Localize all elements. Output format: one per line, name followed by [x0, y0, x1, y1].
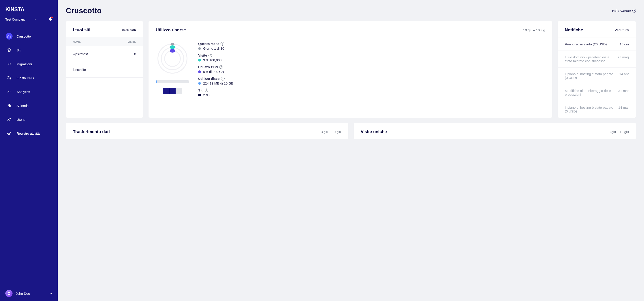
dot-icon [198, 94, 201, 96]
notif-date: 10 giu [620, 42, 629, 46]
info-icon[interactable]: ? [220, 65, 223, 69]
migrate-icon [7, 62, 11, 66]
home-icon [7, 34, 11, 38]
notifications-header: Notifiche Vedi tutti [558, 21, 636, 38]
user-name: John Doe [16, 292, 30, 296]
nav-label: Utenti [16, 118, 25, 122]
dashboard-grid: I tuoi siti Vedi tutti NOME VISITE wpsit… [66, 21, 636, 118]
block [162, 88, 169, 94]
dot-icon [198, 82, 201, 85]
sites-header: I tuoi siti Vedi tutti [66, 21, 143, 37]
sites-view-all[interactable]: Vedi tutti [122, 28, 136, 32]
dot-icon [198, 59, 201, 62]
resource-visuals [156, 42, 189, 97]
notif-text: Il piano di hosting è stato pagato (0 US… [565, 106, 615, 113]
svg-point-12 [170, 49, 175, 52]
resources-title: Utilizzo risorse [156, 28, 186, 32]
unique-title: Visite uniche [361, 129, 387, 134]
stat-sites: Siti? 2 di 3 [198, 88, 233, 97]
donut-chart [156, 42, 189, 75]
site-row[interactable]: wpsitetest 8 [66, 46, 143, 62]
col-name: NOME [73, 40, 81, 43]
logo: KINSTA [0, 0, 58, 17]
notif-date: 23 mag [618, 55, 629, 59]
nav-label: Kinsta DNS [16, 76, 34, 80]
notif-date: 14 mar [618, 106, 629, 109]
nav-label: Azienda [16, 104, 29, 108]
nav-migrazioni[interactable]: Migrazioni [3, 58, 54, 70]
company-name: Test Company [5, 18, 25, 21]
sites-blocks [162, 88, 182, 94]
company-selector[interactable]: Test Company [5, 18, 37, 21]
nav-dns[interactable]: Kinsta DNS [3, 72, 54, 84]
stat-label: Utilizzo CDN [198, 65, 218, 69]
transfer-range: 3 giu – 10 giu [321, 130, 341, 134]
site-visits: 1 [134, 68, 136, 72]
chevron-up-icon [49, 292, 52, 295]
nav-analytics[interactable]: Analytics [3, 86, 54, 97]
dns-icon [7, 76, 11, 80]
site-visits: 8 [134, 52, 136, 56]
main-content: Cruscotto Help Center ? I tuoi siti Vedi… [58, 0, 644, 301]
notif-text: Il tuo dominio wpsitetest.xyz è stato mi… [565, 55, 614, 63]
unique-header: Visite uniche 3 giu – 10 giu [354, 123, 636, 139]
nav-label: Registro attività [16, 132, 40, 135]
col-visits: VISITE [128, 40, 136, 43]
svg-point-1 [10, 78, 11, 80]
site-name: kinstalife [73, 68, 86, 72]
notif-text: Il piano di hosting è stato pagato (0 US… [565, 72, 616, 80]
notifications-bell[interactable] [48, 17, 52, 22]
nav-siti[interactable]: Siti [3, 44, 54, 56]
info-icon[interactable]: ? [205, 88, 208, 92]
dot-icon [198, 70, 201, 73]
nav-utenti[interactable]: Utenti [3, 114, 54, 125]
user-menu[interactable]: John Doe [0, 286, 58, 301]
page-header: Cruscotto Help Center ? [66, 6, 636, 15]
stat-value: Giorno 1 di 30 [203, 46, 224, 50]
notification-item[interactable]: Il piano di hosting è stato pagato (0 US… [558, 101, 636, 118]
notification-item[interactable]: Il tuo dominio wpsitetest.xyz è stato mi… [558, 50, 636, 67]
stat-disk: Utilizzo disco? 224.19 MB di 10 GB [198, 77, 233, 85]
stat-value: 9 di 100,000 [203, 58, 222, 62]
sidebar: KINSTA Test Company Cruscotto Siti Migra… [0, 0, 58, 301]
stat-month: Questo mese? Giorno 1 di 30 [198, 42, 233, 50]
dot-icon [198, 47, 201, 50]
notif-text: Rimborso ricevuto (20 USD) [565, 42, 616, 46]
info-icon[interactable]: ? [208, 54, 212, 57]
info-icon[interactable]: ? [221, 77, 224, 80]
transfer-header: Trasferimento dati 3 giu – 10 giu [66, 123, 348, 139]
nav-label: Analytics [16, 90, 30, 94]
site-row[interactable]: kinstalife 1 [66, 62, 143, 78]
notifications-title: Notifiche [565, 28, 583, 32]
svg-rect-3 [10, 105, 11, 107]
sites-title: I tuoi siti [73, 28, 90, 32]
notif-date: 14 apr [619, 72, 629, 76]
svg-point-4 [8, 118, 10, 120]
nav-cruscotto[interactable]: Cruscotto [3, 31, 54, 42]
notifications-view-all[interactable]: Vedi tutti [615, 28, 629, 32]
notification-item[interactable]: Modifiche al monitoraggio delle prestazi… [558, 84, 636, 101]
stat-value: 2 di 3 [203, 93, 212, 97]
disk-progress-bar [156, 80, 189, 83]
resources-card: Utilizzo risorse 10 giu – 10 lug [148, 21, 552, 118]
layers-icon [7, 48, 11, 52]
notification-item[interactable]: Il piano di hosting è stato pagato (0 US… [558, 67, 636, 84]
notification-item[interactable]: Rimborso ricevuto (20 USD) 10 giu [558, 38, 636, 50]
unique-visits-card: Visite uniche 3 giu – 10 giu [354, 123, 636, 139]
info-icon[interactable]: ? [220, 42, 224, 46]
avatar [5, 290, 12, 297]
nav-azienda[interactable]: Azienda [3, 100, 54, 111]
stat-label: Visite [198, 54, 207, 57]
stat-value: 224.19 MB di 10 GB [203, 82, 233, 85]
help-center-link[interactable]: Help Center ? [612, 9, 636, 12]
nav-label: Cruscotto [16, 34, 31, 38]
resource-stats: Questo mese? Giorno 1 di 30 Visite? 9 di… [198, 42, 233, 97]
notification-dot [51, 16, 53, 18]
sites-card: I tuoi siti Vedi tutti NOME VISITE wpsit… [66, 21, 143, 118]
svg-point-10 [170, 43, 175, 45]
stat-label: Utilizzo disco [198, 77, 220, 80]
svg-point-5 [9, 133, 10, 134]
nav-registro[interactable]: Registro attività [3, 128, 54, 139]
users-icon [7, 118, 11, 122]
analytics-icon [7, 90, 11, 94]
